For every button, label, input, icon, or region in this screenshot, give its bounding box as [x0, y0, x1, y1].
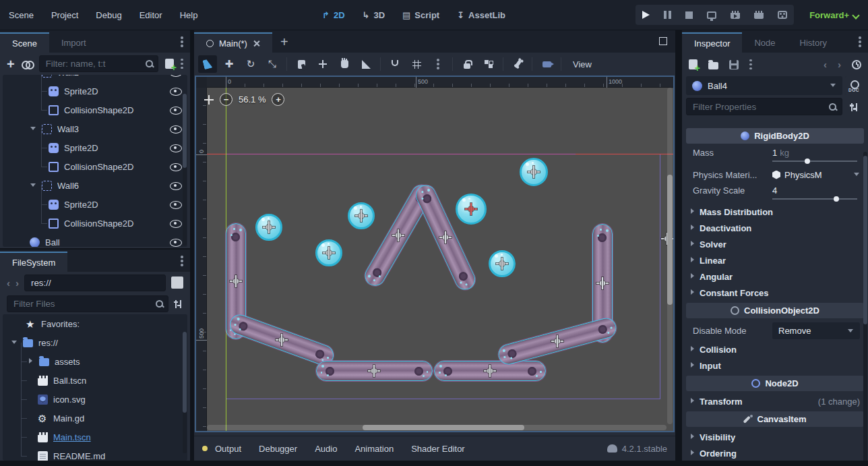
scale-tool[interactable]: ⤡: [263, 55, 282, 73]
scene-tree-row[interactable]: CollisionShape2D: [3, 157, 187, 176]
scene-tree-row[interactable]: Wall2: [3, 75, 187, 82]
physics-material-resource[interactable]: PhysicsM: [772, 170, 860, 180]
scene-tree-menu-icon[interactable]: [181, 59, 183, 69]
file-row[interactable]: README.md: [3, 446, 187, 461]
tab-filesystem[interactable]: FileSystem: [0, 252, 67, 272]
pause-icon[interactable]: [664, 11, 671, 19]
close-icon[interactable]: [253, 40, 260, 47]
scene-filter-input[interactable]: [39, 55, 158, 72]
file-row[interactable]: res://: [3, 333, 187, 352]
panel-shader-editor[interactable]: Shader Editor: [404, 440, 472, 457]
view-menu[interactable]: View: [566, 59, 598, 69]
property-tools-button[interactable]: [845, 98, 864, 117]
split-mode-icon[interactable]: [171, 276, 183, 289]
play-custom-scene-icon[interactable]: [754, 11, 764, 19]
smart-snap-toggle[interactable]: [385, 55, 404, 73]
scene-tree-row[interactable]: Ball: [3, 233, 187, 247]
group-selection[interactable]: [479, 55, 498, 73]
history-forward-icon[interactable]: ›: [838, 59, 841, 70]
object-history-icon[interactable]: [852, 60, 861, 69]
dock-menu-icon[interactable]: [181, 36, 183, 47]
version-info[interactable]: 4.2.1.stable: [607, 444, 667, 454]
tab-scene[interactable]: Scene: [0, 32, 49, 53]
visibility-eye-icon[interactable]: [170, 237, 182, 247]
group-angular[interactable]: Angular: [685, 268, 865, 285]
menu-help[interactable]: Help: [171, 10, 207, 20]
load-resource-icon[interactable]: [708, 62, 718, 69]
select-tool[interactable]: [198, 55, 217, 73]
panel-output[interactable]: Output: [208, 440, 249, 457]
scene-tree-row[interactable]: Sprite2D: [3, 138, 187, 157]
chevron-down-icon[interactable]: [30, 75, 36, 76]
visibility-eye-icon[interactable]: [170, 199, 182, 210]
disable-mode-dropdown[interactable]: Remove: [772, 322, 860, 339]
mode-assetlib[interactable]: ↧AssetLib: [452, 10, 511, 20]
mode-script[interactable]: ▤Script: [397, 10, 445, 20]
class-header-collisionobject2d[interactable]: CollisionObject2D: [686, 303, 864, 318]
tab-inspector[interactable]: Inspector: [682, 32, 742, 53]
file-row[interactable]: Main.gd: [3, 409, 187, 428]
zoom-level[interactable]: 56.1 %: [239, 94, 266, 105]
group-constant-forces[interactable]: Constant Forces: [685, 285, 865, 301]
tab-node[interactable]: Node: [742, 32, 787, 53]
menu-debug[interactable]: Debug: [87, 10, 130, 20]
new-scene-tab-icon[interactable]: +: [272, 34, 297, 53]
canvas-vscrollbar[interactable]: [667, 88, 673, 424]
group-transform[interactable]: Transform (1 change): [685, 393, 865, 409]
scene-tree-scrollbar[interactable]: [183, 94, 187, 245]
group-ordering[interactable]: Ordering: [685, 445, 865, 461]
rotate-tool[interactable]: ↻: [241, 55, 260, 73]
scene-tree-row[interactable]: CollisionShape2D: [3, 214, 187, 233]
file-tree-scrollbar[interactable]: [183, 332, 187, 453]
lock-selection[interactable]: [458, 55, 476, 73]
file-row[interactable]: Ball.tscn: [3, 371, 187, 390]
gravity-scale-slider[interactable]: [772, 198, 857, 200]
canvas-hscrollbar[interactable]: [207, 425, 666, 430]
visibility-eye-icon[interactable]: [170, 75, 182, 78]
visibility-eye-icon[interactable]: [170, 161, 182, 172]
chevron-right-icon[interactable]: [27, 358, 34, 365]
visibility-eye-icon[interactable]: [170, 218, 182, 229]
group-solver[interactable]: Solver: [685, 236, 865, 252]
dock-menu-icon[interactable]: [859, 36, 861, 47]
file-row[interactable]: Main.tscn: [3, 428, 187, 446]
canvas-viewport[interactable]: 0 500 1000 0 500 − 56.1 % +: [195, 76, 675, 432]
zoom-out-button[interactable]: −: [220, 93, 232, 106]
list-select-tool[interactable]: [292, 55, 311, 73]
menu-project[interactable]: Project: [42, 10, 87, 20]
add-node-icon[interactable]: [7, 57, 15, 71]
pivot-tool[interactable]: [313, 55, 332, 73]
resource-menu-icon[interactable]: [749, 59, 752, 70]
visibility-eye-icon[interactable]: [170, 86, 182, 96]
hscroll-thumb[interactable]: [363, 425, 524, 430]
dock-menu-icon[interactable]: [181, 256, 183, 266]
gravity-scale-value[interactable]: 4: [772, 185, 777, 196]
new-resource-icon[interactable]: [689, 59, 698, 69]
scene-tree-row[interactable]: Wall3: [3, 119, 187, 138]
history-back-icon[interactable]: ‹: [7, 277, 10, 289]
file-row[interactable]: icon.svg: [3, 390, 187, 409]
visibility-eye-icon[interactable]: [170, 180, 182, 191]
mode-2d[interactable]: ↱2D: [317, 10, 350, 20]
path-field[interactable]: [24, 274, 166, 291]
panel-audio[interactable]: Audio: [307, 440, 344, 457]
inspector-scrollbar[interactable]: [863, 152, 867, 462]
snap-options-menu[interactable]: [429, 55, 447, 73]
chevron-down-icon[interactable]: [11, 339, 18, 346]
property-filter-input[interactable]: [686, 98, 842, 115]
scene-tree-row[interactable]: Sprite2D: [3, 195, 187, 214]
group-deactivation[interactable]: Deactivation: [685, 220, 865, 236]
scene-tab-main[interactable]: Main(*): [194, 32, 272, 53]
mode-3d[interactable]: ↳3D: [357, 10, 391, 20]
chevron-down-icon[interactable]: [30, 125, 36, 132]
remote-play-icon[interactable]: [707, 11, 716, 19]
preview-camera[interactable]: [537, 55, 556, 73]
visibility-eye-icon[interactable]: [170, 142, 182, 153]
scene-tree-row[interactable]: CollisionShape2D: [3, 100, 187, 119]
scene-tree-row[interactable]: Sprite2D: [3, 82, 187, 100]
vscroll-thumb[interactable]: [667, 175, 673, 305]
tab-history[interactable]: History: [788, 32, 839, 53]
attach-script-icon[interactable]: [165, 59, 174, 69]
renderer-selector[interactable]: Forward+: [809, 0, 859, 30]
visibility-eye-icon[interactable]: [170, 105, 182, 115]
